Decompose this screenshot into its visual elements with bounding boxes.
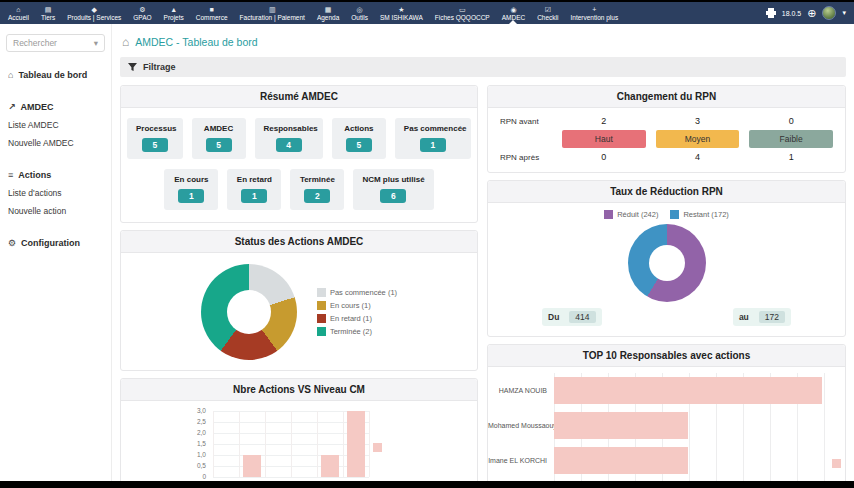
rpn-from-value[interactable]: 414 [569, 311, 595, 323]
stat-value-badge: 1 [178, 189, 204, 203]
y-axis-tick: 0,5 [197, 462, 206, 469]
nav-item-gpao[interactable]: ⚙GPAO [127, 2, 157, 24]
bar-cm-5 [321, 455, 339, 477]
amdec-icon: ◉ [510, 6, 516, 13]
nav-item-outils[interactable]: ◎Outils [345, 2, 374, 24]
add-circle-icon[interactable]: ⊕ [807, 8, 816, 19]
nav-item-label: Accueil [8, 14, 29, 21]
sidebar-item-tableau-de-bord[interactable]: ⌂Tableau de bord [0, 66, 111, 84]
legend-swatch [317, 327, 326, 336]
gridline-v [369, 411, 370, 477]
rpn-to-field: au 172 [733, 308, 791, 326]
stat-amdec: AMDEC5 [192, 118, 246, 159]
responsable-label: HAMZA NOUIB [488, 387, 554, 394]
legend-label: Restant (172) [683, 210, 728, 219]
nav-item-projets[interactable]: ▲Projets [158, 2, 190, 24]
y-axis-tick: 1,5 [197, 440, 206, 447]
legend-label: Terminée (2) [330, 327, 372, 336]
tools-icon: ◎ [357, 6, 363, 13]
chart-track [554, 478, 831, 481]
sidebar-item-label: Liste d'actions [8, 188, 62, 198]
nbre-bar-chart: 3,02,52,01,51,00,50... CM 1... CM 2... C… [121, 401, 477, 481]
nav-item-accueil[interactable]: ⌂Accueil [2, 2, 35, 24]
y-axis-tick: 2,0 [197, 429, 206, 436]
user-menu-caret-icon[interactable]: ▾ [842, 9, 846, 17]
chart-track [554, 373, 831, 408]
home-icon: ⌂ [8, 71, 13, 80]
gridline-h [213, 477, 369, 478]
sidebar-item-liste-amdec[interactable]: Liste AMDEC [0, 116, 111, 134]
responsable-label: Imane EL KORCHI [488, 457, 554, 464]
series-legend-swatch [373, 443, 382, 452]
billing-icon: ▥ [269, 6, 276, 13]
taux-chart-area: Réduit (242)Restant (172) Du 414 [488, 203, 845, 336]
y-axis-tick: 1,0 [197, 451, 206, 458]
gpao-icon: ⚙ [139, 6, 145, 13]
legend-label: En cours (1) [330, 301, 371, 310]
nav-item-commerce[interactable]: ■Commerce [190, 2, 234, 24]
search-input[interactable]: Rechercher ▾ [6, 34, 105, 52]
app-window: ⌂Accueil▤Tiers◆Produits | Services⚙GPAO▲… [0, 2, 854, 481]
rpn-before-value: 0 [749, 116, 833, 126]
nav-item-amdec[interactable]: ◉AMDEC [496, 2, 531, 24]
nav-item-tiers[interactable]: ▤Tiers [35, 2, 61, 24]
print-icon[interactable] [766, 8, 776, 18]
card-title-top10: TOP 10 Responsables avec actions [488, 345, 845, 367]
sidebar: Rechercher ▾ ⌂Tableau de bord↗AMDECListe… [0, 24, 112, 481]
home-icon: ⌂ [16, 6, 20, 13]
status-chart-area: Pas commencée (1)En cours (1)En retard (… [121, 253, 477, 370]
y-axis-tick: 0 [202, 473, 206, 480]
topbar-nav: ⌂Accueil▤Tiers◆Produits | Services⚙GPAO▲… [2, 2, 624, 24]
nav-item-agenda[interactable]: ▦Agenda [311, 2, 345, 24]
status-donut-chart [201, 264, 297, 360]
rpn-level-faible: Faible [749, 130, 833, 148]
stat-row-1: Processus5AMDEC5Responsables4Actions5Pas… [127, 118, 471, 159]
sidebar-item-amdec[interactable]: ↗AMDEC [0, 98, 111, 116]
stat-label: Pas commencée [404, 124, 462, 133]
filter-icon [128, 63, 137, 72]
taux-legend-item: Restant (172) [670, 210, 728, 219]
legend-swatch [317, 301, 326, 310]
rpn-before-value: 2 [562, 116, 646, 126]
sidebar-item-nouvelle-action[interactable]: Nouvelle action [0, 202, 111, 220]
card-title-rpn: Changement du RPN [488, 86, 845, 108]
card-taux-reduction: Taux de Réduction RPN Réduit (242)Restan… [487, 180, 846, 337]
bar-cm-6 [347, 411, 365, 477]
sidebar-item-liste-d-actions[interactable]: Liste d'actions [0, 184, 111, 202]
user-avatar[interactable] [822, 6, 836, 20]
sidebar-item-configuration[interactable]: ⚙Configuration [0, 234, 111, 252]
screen: ⌂Accueil▤Tiers◆Produits | Services⚙GPAO▲… [0, 0, 854, 488]
checklist-icon: ☑ [545, 6, 551, 13]
stat-processus: Processus5 [127, 118, 183, 159]
search-placeholder: Rechercher [13, 38, 57, 48]
stat-label: Responsables [264, 124, 314, 133]
ishikawa-icon: ★ [398, 6, 404, 13]
top10-row: Hassnae EL JEBRI [488, 478, 845, 481]
gridline-v [343, 411, 344, 477]
nav-item-fiches-qqqoccp[interactable]: ▭Fiches QQQOCCP [429, 2, 496, 24]
sidebar-item-label: Liste AMDEC [8, 120, 59, 130]
nav-item-produits-services[interactable]: ◆Produits | Services [61, 2, 127, 24]
rpn-before-label: RPN avant [500, 117, 552, 126]
legend-label: Réduit (242) [617, 210, 658, 219]
breadcrumb: ⌂ AMDEC - Tableau de bord [122, 36, 846, 48]
chart-grid [213, 411, 369, 477]
stat-value-badge: 2 [304, 189, 330, 203]
rpn-to-value[interactable]: 172 [759, 311, 785, 323]
stat-value-badge: 5 [206, 138, 232, 152]
card-top10-responsables: TOP 10 Responsables avec actions HAMZA N… [487, 344, 846, 481]
nav-item-sm-ishikawa[interactable]: ★SM ISHIKAWA [374, 2, 429, 24]
sidebar-item-nouvelle-amdec[interactable]: Nouvelle AMDEC [0, 134, 111, 152]
sidebar-item-actions[interactable]: ≡Actions [0, 166, 111, 184]
filter-bar[interactable]: Filtrage [120, 57, 846, 77]
rpn-after-label: RPN après [500, 153, 552, 162]
bar-cm-2 [243, 455, 261, 477]
top10-bar-chart: HAMZA NOUIBMohamed MoussaouyImane EL KOR… [488, 367, 845, 481]
rpn-from-label: Du [548, 312, 559, 322]
nav-item-label: SM ISHIKAWA [380, 14, 423, 21]
nav-item-checkli[interactable]: ☑Checkli [531, 2, 564, 24]
legend-label: En retard (1) [330, 314, 372, 323]
nav-item-facturation-paiement[interactable]: ▥Facturation | Paiement [234, 2, 311, 24]
rpn-before-value: 3 [656, 116, 740, 126]
nav-item-intervention-plus[interactable]: +Intervention plus [564, 2, 624, 24]
